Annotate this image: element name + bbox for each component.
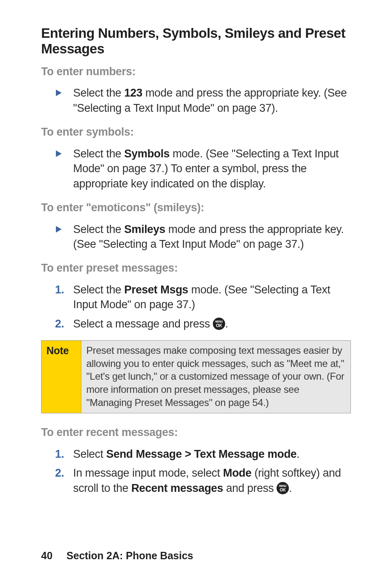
note-body: Preset messages make composing text mess… [81, 341, 351, 413]
lead-numbers: To enter numbers: [41, 64, 351, 79]
list-item: Select the 123 mode and press the approp… [73, 85, 351, 115]
page-footer: 40Section 2A: Phone Basics [41, 550, 193, 562]
list-item: Select the Symbols mode. (See "Selecting… [73, 146, 351, 191]
list-item: Select a message and press MENU OK . [73, 316, 351, 331]
term-mode: Mode [223, 467, 251, 479]
text: Select the [73, 223, 124, 235]
text: . [225, 318, 228, 330]
menu-ok-icon: MENU OK [277, 482, 289, 494]
list-item: Select the Preset Msgs mode. (See "Selec… [73, 282, 351, 312]
svg-text:OK: OK [280, 488, 286, 492]
section-heading: Entering Numbers, Symbols, Smileys and P… [41, 25, 351, 57]
icon-label-top: MENU [215, 320, 223, 323]
list-item: Select Send Message > Text Message mode. [73, 447, 351, 461]
list-preset: Select the Preset Msgs mode. (See "Selec… [41, 282, 351, 331]
list-emoticons: Select the Smileys mode and press the ap… [41, 222, 351, 252]
text: Select [73, 448, 106, 460]
text: and press [223, 482, 277, 494]
note-label: Note [42, 341, 81, 413]
list-recent: Select Send Message > Text Message mode.… [41, 447, 351, 496]
text: Select the [73, 284, 124, 296]
text: Select the [73, 148, 124, 160]
text: Select the [73, 87, 124, 99]
text: . [289, 482, 292, 494]
term-preset-msgs: Preset Msgs [124, 284, 188, 296]
term-symbols: Symbols [124, 148, 169, 160]
list-item: In message input mode, select Mode (righ… [73, 466, 351, 496]
term-smileys: Smileys [124, 223, 165, 235]
icon-label-bottom: OK [216, 323, 222, 328]
text: In message input mode, select [73, 467, 223, 479]
text: Select a message and press [73, 318, 213, 330]
page-number: 40 [41, 550, 53, 561]
svg-text:MENU: MENU [279, 484, 287, 487]
term-recent-messages: Recent messages [131, 482, 223, 494]
term-123: 123 [124, 87, 142, 99]
note-box: Note Preset messages make composing text… [41, 340, 351, 413]
lead-recent: To enter recent messages: [41, 425, 351, 440]
term-send-message: Send Message > Text Message mode [106, 448, 296, 460]
menu-ok-icon: MENU OK [213, 318, 225, 330]
lead-symbols: To enter symbols: [41, 125, 351, 139]
lead-preset: To enter preset messages: [41, 261, 351, 275]
list-item: Select the Smileys mode and press the ap… [73, 222, 351, 252]
text: . [297, 448, 300, 460]
lead-emoticons: To enter "emoticons" (smileys): [41, 200, 351, 215]
section-label: Section 2A: Phone Basics [67, 550, 193, 561]
list-symbols: Select the Symbols mode. (See "Selecting… [41, 146, 351, 191]
list-numbers: Select the 123 mode and press the approp… [41, 85, 351, 115]
